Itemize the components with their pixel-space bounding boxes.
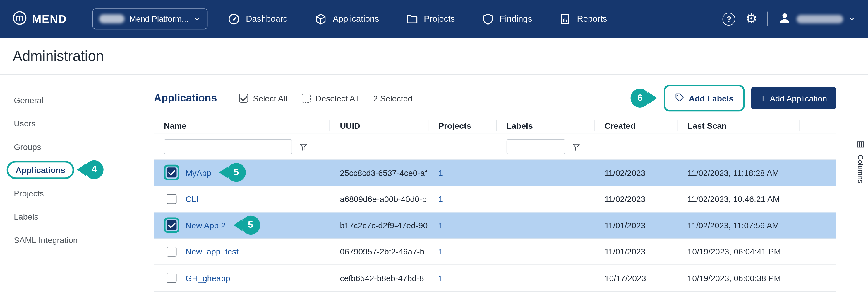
annotation-number: 6 xyxy=(631,89,649,108)
nav-item-applications[interactable]: Applications xyxy=(315,12,379,26)
nav-item-findings[interactable]: Findings xyxy=(482,12,532,26)
column-header-uuid[interactable]: UUID xyxy=(330,117,428,134)
primary-nav: Dashboard Applications Projects Findings xyxy=(228,12,607,26)
topnav-divider xyxy=(767,12,768,26)
applications-heading: Applications xyxy=(154,92,217,104)
labels-filter-funnel-icon[interactable] xyxy=(572,142,581,151)
admin-sidebar: General Users Groups Applications 4 Proj… xyxy=(0,75,138,299)
row-checkbox[interactable] xyxy=(166,194,177,204)
add-labels-button[interactable]: Add Labels xyxy=(667,88,741,108)
column-header-labels[interactable]: Labels xyxy=(497,117,595,134)
uuid-cell: 06790957-2bf2-46a7-b xyxy=(330,247,428,256)
annotation-step-6: 6 xyxy=(631,89,657,108)
sidebar-item-projects[interactable]: Projects xyxy=(0,182,138,205)
annotation-step-5: 5 xyxy=(233,216,260,235)
projects-folder-icon xyxy=(406,12,418,26)
annotation-highlight-ring: Add Labels xyxy=(664,85,744,111)
name-filter-input[interactable] xyxy=(164,139,292,154)
created-cell: 10/17/2023 xyxy=(595,273,678,282)
applications-cube-icon xyxy=(315,12,328,26)
application-name-link[interactable]: GH_gheapp xyxy=(186,273,230,282)
columns-control[interactable]: Columns xyxy=(856,140,865,183)
column-header-created[interactable]: Created xyxy=(595,117,678,134)
sidebar-item-applications[interactable]: Applications 4 xyxy=(0,158,138,181)
annotation-arrow-right xyxy=(648,92,657,104)
table-row: New_app_test 06790957-2bf2-46a7-b 1 11/0… xyxy=(154,239,836,265)
row-checkbox[interactable] xyxy=(166,220,177,230)
nav-label: Reports xyxy=(577,14,607,24)
created-cell: 11/01/2023 xyxy=(595,247,678,256)
chevron-down-icon xyxy=(848,15,856,23)
sidebar-item-general[interactable]: General xyxy=(0,88,138,111)
page-header: Administration xyxy=(0,38,868,75)
application-name-link[interactable]: New_app_test xyxy=(186,247,239,256)
columns-grid-icon xyxy=(856,140,865,151)
mend-logo-icon xyxy=(12,10,27,28)
mend-admin-screen: MEND Mend Platform... Dashboard Applicat… xyxy=(0,0,868,299)
table-filter-row xyxy=(154,134,836,160)
last-scan-cell: 10/19/2023, 06:04:41 PM xyxy=(678,247,799,256)
mend-logo[interactable]: MEND xyxy=(12,10,67,28)
row-checkbox[interactable] xyxy=(166,273,177,283)
annotation-highlight-ring xyxy=(164,165,179,180)
gear-icon[interactable]: ⚙ xyxy=(745,12,757,26)
top-navigation: MEND Mend Platform... Dashboard Applicat… xyxy=(0,0,868,38)
nav-label: Applications xyxy=(333,14,379,24)
annotation-step-5: 5 xyxy=(219,163,246,182)
nav-label: Findings xyxy=(500,14,532,24)
applications-table: Name UUID Projects Labels Created Last S… xyxy=(154,117,836,291)
column-header-projects[interactable]: Projects xyxy=(428,117,497,134)
select-all-checkbox-icon xyxy=(239,94,248,103)
projects-count-link[interactable]: 1 xyxy=(438,168,443,178)
annotation-step-4: 4 xyxy=(77,160,103,179)
user-menu[interactable] xyxy=(778,11,856,27)
table-row: CLI a6809d6e-a00b-40d0-b 1 11/02/2023 11… xyxy=(154,186,836,213)
org-selector-label: Mend Platform... xyxy=(129,15,188,23)
nav-item-reports[interactable]: Reports xyxy=(559,12,607,26)
name-filter-funnel-icon[interactable] xyxy=(299,142,308,151)
row-checkbox[interactable] xyxy=(166,168,177,178)
labels-filter-input[interactable] xyxy=(506,139,565,154)
applications-toolbar: Applications Select All Deselect All 2 S… xyxy=(154,86,836,110)
row-checkbox[interactable] xyxy=(166,247,177,256)
findings-shield-icon xyxy=(482,12,494,26)
avatar-icon xyxy=(778,11,792,27)
brand-name: MEND xyxy=(32,12,67,26)
application-name-link[interactable]: MyApp xyxy=(186,168,211,178)
projects-count-link[interactable]: 1 xyxy=(438,220,443,230)
org-name-redacted xyxy=(99,15,124,23)
sidebar-item-saml-integration[interactable]: SAML Integration xyxy=(0,228,138,251)
toolbar-right: 6 Add Labels + Add Application xyxy=(631,85,836,111)
add-application-button[interactable]: + Add Application xyxy=(751,87,836,109)
dashboard-gauge-icon xyxy=(228,12,241,26)
deselect-all-button[interactable]: Deselect All xyxy=(302,93,359,103)
projects-count-link[interactable]: 1 xyxy=(438,194,443,204)
application-name-link[interactable]: New App 2 xyxy=(186,220,226,230)
nav-item-dashboard[interactable]: Dashboard xyxy=(228,12,288,26)
org-selector-dropdown[interactable]: Mend Platform... xyxy=(92,8,208,29)
select-all-button[interactable]: Select All xyxy=(239,93,287,103)
sidebar-item-labels[interactable]: Labels xyxy=(0,205,138,228)
table-row: New App 2 5 b17c2c7c-d2f9-47ed-90 1 11/0… xyxy=(154,212,836,239)
help-icon[interactable]: ? xyxy=(722,12,736,26)
last-scan-cell: 11/02/2023, 11:07:56 AM xyxy=(678,220,799,230)
projects-count-link[interactable]: 1 xyxy=(438,247,443,256)
application-name-link[interactable]: CLI xyxy=(186,194,198,204)
nav-label: Projects xyxy=(424,14,455,24)
chevron-down-icon xyxy=(193,15,201,23)
sidebar-item-users[interactable]: Users xyxy=(0,111,138,135)
projects-count-link[interactable]: 1 xyxy=(438,273,443,282)
column-header-last-scan[interactable]: Last Scan xyxy=(678,117,799,134)
annotation-highlight-ring xyxy=(164,218,179,233)
column-header-name[interactable]: Name xyxy=(154,117,330,134)
deselect-all-checkbox-icon xyxy=(302,94,310,103)
sidebar-item-groups[interactable]: Groups xyxy=(0,135,138,158)
selected-count: 2 Selected xyxy=(373,93,412,103)
uuid-cell: a6809d6e-a00b-40d0-b xyxy=(330,194,428,204)
nav-item-projects[interactable]: Projects xyxy=(406,12,455,26)
columns-control-label: Columns xyxy=(856,155,865,183)
table-row: GH_gheapp cefb6542-b8eb-47bd-8 1 10/17/2… xyxy=(154,265,836,291)
created-cell: 11/01/2023 xyxy=(595,220,678,230)
created-cell: 11/02/2023 xyxy=(595,168,678,178)
table-row: MyApp 5 25cc8cd3-6537-4ce0-af 1 11/02/20… xyxy=(154,160,836,186)
